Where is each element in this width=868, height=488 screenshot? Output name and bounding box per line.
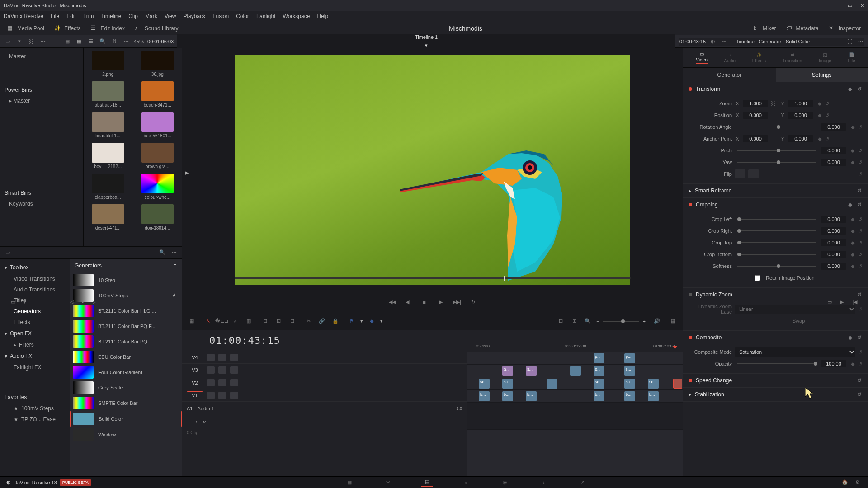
crop-top-input[interactable]: 0.000: [821, 239, 846, 246]
zoom-slider[interactable]: [603, 321, 639, 322]
metadata-button[interactable]: 🏷Metadata: [783, 23, 821, 33]
viewer-zoom[interactable]: 45%: [134, 39, 144, 44]
crop-right-slider[interactable]: [737, 230, 816, 231]
crop-bottom-slider[interactable]: [737, 254, 816, 255]
selection-tool-icon[interactable]: ↖: [203, 316, 213, 326]
inspector-tab-audio[interactable]: ♪Audio: [724, 52, 736, 63]
generator-item[interactable]: Grey Scale: [70, 380, 182, 395]
openfx-header[interactable]: ▾ Open FX: [0, 328, 70, 339]
edit-index-button[interactable]: ☰Edit Index: [88, 23, 127, 33]
media-thumb[interactable]: brown gra...: [136, 143, 179, 169]
disable-icon[interactable]: [230, 379, 238, 386]
rotation-input[interactable]: 0.000: [821, 123, 846, 131]
generator-item[interactable]: EBU Color Bar: [70, 349, 182, 365]
more-icon[interactable]: •••: [39, 38, 47, 46]
softness-slider[interactable]: [737, 266, 816, 267]
track-selector[interactable]: V1: [187, 391, 203, 399]
link-icon[interactable]: ⛓: [27, 38, 35, 46]
anchor-y-input[interactable]: 0.000: [788, 135, 813, 142]
generator-item[interactable]: BT.2111 Color Bar PQ ...: [70, 334, 182, 349]
loop-icon[interactable]: ↻: [469, 298, 478, 307]
edit-page-icon[interactable]: ▤: [421, 478, 433, 487]
disable-icon[interactable]: [230, 392, 238, 399]
link-icon[interactable]: ⛓: [771, 101, 777, 106]
timeline-ruler[interactable]: 0:24:0001:00:32:0001:00:40:0001:00:48:00…: [467, 330, 683, 352]
effects-button[interactable]: ✨Effects: [52, 23, 83, 33]
list-view-icon[interactable]: ▤: [63, 38, 71, 46]
pos-x-input[interactable]: 0.000: [743, 112, 768, 119]
more2-icon[interactable]: •••: [122, 38, 130, 46]
blade-icon[interactable]: ✂: [303, 316, 313, 326]
timeline-clip[interactable]: b...: [648, 391, 659, 401]
overwrite-icon[interactable]: ⊡: [274, 316, 283, 326]
mute-button[interactable]: M: [203, 420, 207, 424]
retain-position-checkbox[interactable]: [755, 275, 760, 281]
chevron-down-icon[interactable]: ▾: [380, 318, 383, 324]
crop-right-input[interactable]: 0.000: [821, 227, 846, 235]
zoom-in-icon[interactable]: +: [643, 319, 646, 324]
cropping-header[interactable]: Cropping◆↺: [683, 198, 868, 211]
next-edit-icon[interactable]: ▷: [90, 298, 98, 306]
fx-more-icon[interactable]: •••: [170, 249, 178, 257]
auto-select-icon[interactable]: [218, 379, 226, 386]
menu-help[interactable]: Help: [317, 13, 328, 19]
timeline-name[interactable]: Timeline 1: [415, 34, 438, 40]
zoom-y-input[interactable]: 1.000: [788, 100, 813, 107]
dynamic-trim-icon[interactable]: ⟐: [230, 316, 240, 326]
menu-trim[interactable]: Trim: [83, 13, 94, 19]
timeline-clip[interactable]: b...: [502, 391, 513, 401]
insert-icon[interactable]: ⊞: [260, 316, 270, 326]
inspector-tab-effects[interactable]: ✨Effects: [752, 52, 766, 63]
menu-fusion[interactable]: Fusion: [212, 13, 229, 19]
media-thumb[interactable]: beautiful-1...: [86, 112, 130, 138]
menu-playback[interactable]: Playback: [183, 13, 205, 19]
audiofx-header[interactable]: ▾ Audio FX: [0, 350, 70, 362]
stop-icon[interactable]: ■: [420, 298, 429, 307]
zoom-x-input[interactable]: 1.000: [743, 100, 768, 107]
thumb-view-icon[interactable]: ▦: [75, 38, 83, 46]
maximize-button[interactable]: ▭: [848, 3, 852, 9]
trim-tool-icon[interactable]: �⊏⊐: [217, 316, 226, 326]
bypass-icon[interactable]: ◐: [709, 38, 717, 46]
inspector-button[interactable]: ✕Inspector: [826, 23, 863, 33]
solo-button[interactable]: S: [196, 420, 198, 424]
opacity-slider[interactable]: [737, 363, 816, 364]
bin-view-icon[interactable]: ▭: [4, 38, 12, 46]
menu-mark[interactable]: Mark: [145, 13, 157, 19]
menu-fairlight[interactable]: Fairlight: [256, 13, 276, 19]
fusion-page-icon[interactable]: ⟐: [460, 478, 472, 487]
generator-item[interactable]: Solid Color: [70, 411, 182, 427]
timeline-opts-icon[interactable]: ▦: [668, 316, 678, 326]
crop-left-input[interactable]: 0.000: [821, 216, 846, 223]
flip-v-button[interactable]: [748, 169, 759, 178]
fx-tree-item[interactable]: Audio Transitions: [0, 284, 70, 295]
viewer-scrubber[interactable]: [235, 277, 630, 279]
composite-mode-select[interactable]: Saturation: [735, 347, 855, 357]
prev-edit-icon[interactable]: ◁: [68, 298, 76, 306]
generator-item[interactable]: SMPTE Color Bar: [70, 395, 182, 411]
video-track[interactable]: p...p...: [467, 352, 683, 365]
timeline-clip[interactable]: p...: [594, 353, 604, 363]
sort-icon[interactable]: ⇅: [110, 38, 118, 46]
expand-icon[interactable]: ⛶: [846, 38, 853, 46]
timeline-clip[interactable]: sc...: [502, 379, 513, 389]
menu-view[interactable]: View: [165, 13, 176, 19]
viewer[interactable]: ▶|: [182, 48, 683, 292]
keywords-bin[interactable]: Keywords: [0, 199, 83, 209]
media-thumb[interactable]: 36.jpg: [136, 51, 179, 77]
media-thumb[interactable]: abstract-18...: [86, 81, 130, 108]
fx-tree-item[interactable]: Video Transitions: [0, 273, 70, 284]
rotation-slider[interactable]: [737, 127, 816, 127]
video-track[interactable]: sc...sc...sc...sc...sc...36...S...Sol...…: [467, 377, 683, 390]
fx-tree-item[interactable]: Generators: [0, 306, 70, 317]
menu-clip[interactable]: Clip: [128, 13, 138, 19]
crop-bottom-input[interactable]: 0.000: [821, 251, 846, 258]
media-thumb[interactable]: boy_-_2182...: [86, 143, 130, 169]
sound-library-button[interactable]: ♪Sound Library: [132, 23, 181, 33]
chevron-down-icon[interactable]: ▾: [15, 38, 24, 46]
anchor-x-input[interactable]: 0.000: [743, 135, 768, 142]
media-thumb[interactable]: beach-3471...: [136, 81, 179, 108]
timeline-view-icon[interactable]: ▦: [187, 316, 197, 326]
marker-icon[interactable]: ◆: [367, 316, 377, 326]
lock-icon[interactable]: [207, 366, 215, 374]
